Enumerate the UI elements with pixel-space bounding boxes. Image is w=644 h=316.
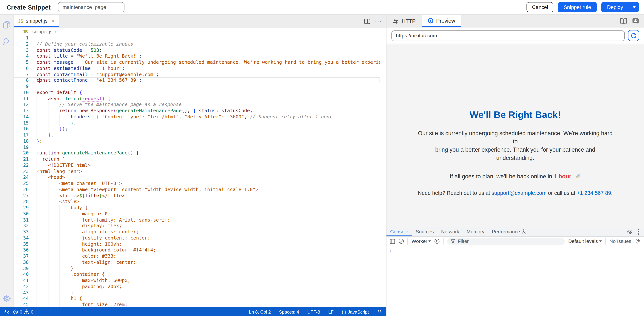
code-line-9[interactable]: 9: [14, 83, 380, 89]
code-editor[interactable]: 12// Define your customizable inputs3con…: [14, 35, 380, 307]
discord-icon[interactable]: [632, 18, 639, 25]
tab-performance[interactable]: Performance: [488, 227, 530, 236]
tab-console[interactable]: Console: [386, 227, 412, 236]
settings-gear-icon[interactable]: [2, 295, 10, 302]
live-expression-eye-icon[interactable]: [435, 239, 440, 244]
code-line-35[interactable]: 35 height: 100vh;: [14, 241, 380, 247]
log-levels-dropdown[interactable]: Default levels: [568, 238, 602, 244]
code-line-15[interactable]: 15 },: [14, 120, 380, 126]
code-line-1[interactable]: 1: [14, 35, 380, 41]
code-line-31[interactable]: 31 font-family: Arial, sans-serif;: [14, 217, 380, 223]
phone-link[interactable]: +1 234 567 89: [577, 190, 611, 196]
code-line-10[interactable]: 10export default {: [14, 90, 380, 96]
devtools-menu-kebab-icon[interactable]: [638, 229, 639, 234]
code-line-5[interactable]: 5const message = "Our site is currently …: [14, 59, 380, 65]
tab-sources[interactable]: Sources: [412, 227, 437, 236]
code-line-44[interactable]: 44 h1 {: [14, 296, 380, 301]
indentation-setting[interactable]: Spaces: 4: [279, 309, 299, 314]
code-line-28[interactable]: 28 <style>: [14, 199, 380, 205]
code-line-11[interactable]: 11 async fetch(request) {: [14, 96, 380, 102]
files-icon[interactable]: [2, 21, 10, 29]
split-editor-icon[interactable]: [364, 19, 370, 24]
maintenance-help: Need help? Reach out to us at support@ex…: [416, 190, 615, 196]
code-line-17[interactable]: 17 },: [14, 132, 380, 138]
close-icon[interactable]: ×: [52, 18, 55, 24]
code-line-18[interactable]: 18};: [14, 138, 380, 144]
code-line-12[interactable]: 12 // Serve the maintenance page as a re…: [14, 102, 380, 108]
code-line-23[interactable]: 23<html lang="en">: [14, 168, 380, 174]
code-line-37[interactable]: 37 color: #333;: [14, 253, 380, 259]
deploy-label: Deploy: [602, 4, 629, 10]
code-line-27[interactable]: 27 <title>${title}</title>: [14, 193, 380, 199]
code-line-3[interactable]: 3const statusCode = 503;: [14, 47, 380, 53]
code-line-32[interactable]: 32 display: flex;: [14, 223, 380, 229]
notifications-bell-icon[interactable]: [377, 309, 382, 314]
code-line-38[interactable]: 38 text-align: center;: [14, 259, 380, 265]
tab-memory[interactable]: Memory: [463, 227, 488, 236]
code-line-24[interactable]: 24 <head>: [14, 174, 380, 180]
execution-context-selector[interactable]: Worker: [412, 238, 431, 244]
more-actions-icon[interactable]: ···: [375, 18, 382, 24]
code-line-42[interactable]: 42 padding: 20px;: [14, 283, 380, 289]
code-line-33[interactable]: 33 align-items: center;: [14, 229, 380, 235]
code-line-29[interactable]: 29 body {: [14, 205, 380, 211]
issues-counter[interactable]: No Issues: [610, 238, 631, 244]
code-line-41[interactable]: 41 max-width: 600px;: [14, 277, 380, 283]
code-line-30[interactable]: 30 margin: 0;: [14, 211, 380, 217]
code-line-16[interactable]: 16 });: [14, 126, 380, 132]
code-line-25[interactable]: 25 <meta charset="UTF-8">: [14, 180, 380, 186]
tab-snippet-js[interactable]: JS snippet.js ×: [14, 15, 59, 27]
breadcrumb[interactable]: JS snippet.js › …: [14, 28, 386, 35]
cursor-position[interactable]: Ln 8, Col 2: [249, 309, 271, 314]
code-line-6[interactable]: 6const estimatedTime = "1 hour";: [14, 65, 380, 71]
deploy-dropdown[interactable]: [629, 6, 639, 8]
code-line-21[interactable]: 21 return `: [14, 156, 380, 162]
console-settings-gear-icon[interactable]: [635, 238, 641, 244]
devtools-settings-gear-icon[interactable]: [627, 229, 632, 235]
breadcrumb-more[interactable]: …: [58, 29, 62, 34]
code-line-4[interactable]: 4const title = "We'll Be Right Back!";: [14, 53, 380, 59]
code-line-40[interactable]: 40 .container {: [14, 271, 380, 277]
problems-indicator[interactable]: 0 0: [13, 309, 33, 314]
console-prompt[interactable]: ›: [387, 248, 643, 254]
line-number: 2: [14, 41, 29, 47]
console-sidebar-toggle-icon[interactable]: [390, 239, 395, 244]
code-line-14[interactable]: 14 headers: { "Content-Type": "text/html…: [14, 114, 380, 120]
code-line-26[interactable]: 26 <meta name="viewport" content="width=…: [14, 186, 380, 192]
code-line-19[interactable]: 19: [14, 144, 380, 150]
support-email-link[interactable]: support@example.com: [492, 190, 546, 196]
clear-console-icon[interactable]: [399, 239, 404, 244]
console-output[interactable]: ›: [386, 246, 644, 256]
code-line-22[interactable]: 22 <!DOCTYPE html>: [14, 162, 380, 168]
code-line-36[interactable]: 36 background-color: #f4f4f4;: [14, 247, 380, 253]
code-line-34[interactable]: 34 justify-content: center;: [14, 235, 380, 241]
eol-setting[interactable]: LF: [328, 309, 334, 314]
cancel-button[interactable]: Cancel: [527, 2, 553, 12]
line-number: 30: [14, 211, 29, 217]
code-line-2[interactable]: 2// Define your customizable inputs: [14, 41, 380, 47]
remote-indicator-icon[interactable]: [4, 309, 10, 314]
code-line-39[interactable]: 39 }: [14, 265, 380, 271]
line-number: 29: [14, 205, 29, 211]
breadcrumb-file[interactable]: snippet.js: [32, 29, 52, 34]
tab-preview[interactable]: Preview: [422, 15, 462, 27]
language-mode[interactable]: { } JavaScript: [342, 309, 369, 314]
search-icon[interactable]: [3, 38, 10, 45]
tab-network[interactable]: Network: [438, 227, 463, 236]
docs-book-icon[interactable]: [620, 18, 627, 24]
line-number: 34: [14, 235, 29, 241]
reload-button[interactable]: [628, 30, 639, 41]
snippet-name-input[interactable]: [58, 2, 124, 12]
console-filter-input[interactable]: Filter: [448, 238, 564, 245]
encoding-setting[interactable]: UTF-8: [307, 309, 320, 314]
tab-http[interactable]: HTTP: [386, 15, 422, 27]
snippet-rule-button[interactable]: Snippet rule: [558, 2, 597, 12]
code-line-43[interactable]: 43 }: [14, 289, 380, 295]
deploy-button[interactable]: Deploy: [602, 2, 639, 12]
code-line-45[interactable]: 45 font-size: 2rem;: [14, 301, 380, 307]
code-line-7[interactable]: 7const contactEmail = "support@example.c…: [14, 71, 380, 77]
code-line-8[interactable]: 8const contactPhone = "+1 234 567 89";: [14, 77, 380, 83]
code-line-13[interactable]: 13 return new Response(generateMaintenan…: [14, 108, 380, 114]
preview-url-input[interactable]: [391, 30, 624, 41]
code-line-20[interactable]: 20function generateMaintenancePage() {: [14, 150, 380, 156]
